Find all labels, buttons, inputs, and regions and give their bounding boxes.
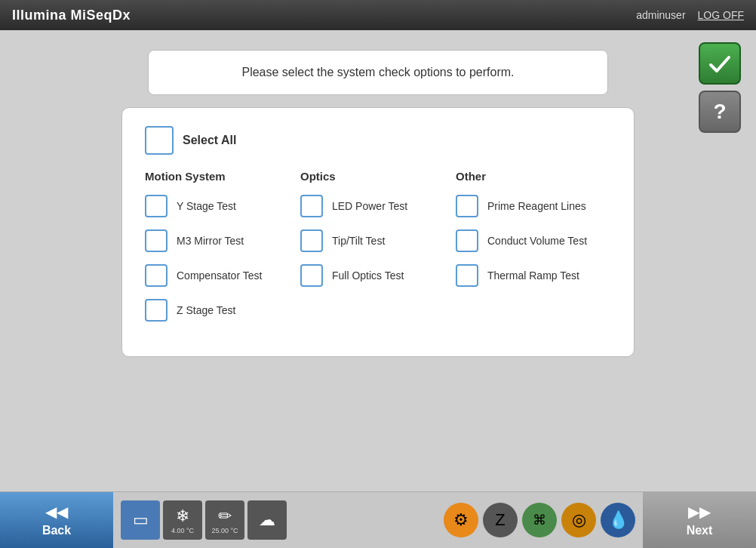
status-icons-left: ▭ ❄ 4.00 °C ✏ 25.00 °C ☁ bbox=[121, 500, 287, 540]
edit-icon-box[interactable]: ✏ 25.00 °C bbox=[205, 500, 244, 540]
list-item: Thermal Ramp Test bbox=[456, 264, 611, 287]
status-icon-2: Ζ bbox=[495, 510, 505, 530]
cloud-icon: ☁ bbox=[259, 510, 275, 530]
m3-mirror-test-checkbox[interactable] bbox=[145, 229, 167, 252]
select-all-label: Select All bbox=[183, 134, 236, 147]
conduct-volume-test-checkbox[interactable] bbox=[456, 229, 478, 252]
action-buttons: ? bbox=[699, 42, 741, 133]
temp1-label: 4.00 °C bbox=[171, 527, 194, 534]
list-item: Prime Reagent Lines bbox=[456, 195, 611, 217]
list-item: Full Optics Test bbox=[300, 264, 456, 287]
confirm-button[interactable] bbox=[699, 42, 741, 85]
status-btn-5[interactable]: 💧 bbox=[601, 503, 635, 537]
app-title: Illumina MiSeqDx bbox=[12, 8, 131, 23]
back-button[interactable]: ◀◀ Back bbox=[0, 492, 113, 549]
back-arrows-icon: ◀◀ bbox=[45, 503, 68, 521]
m3-mirror-test-label: M3 Mirror Test bbox=[177, 235, 244, 247]
tip-tilt-test-label: Tip/Tilt Test bbox=[332, 235, 385, 247]
y-stage-test-checkbox[interactable] bbox=[145, 195, 167, 217]
prime-reagent-lines-checkbox[interactable] bbox=[456, 195, 478, 217]
temp1-icon: ❄ bbox=[176, 506, 189, 526]
thermal-ramp-test-checkbox[interactable] bbox=[456, 264, 478, 287]
column-header-optics: Optics bbox=[300, 170, 456, 183]
compensator-test-checkbox[interactable] bbox=[145, 264, 167, 287]
bottom-nav: ◀◀ Back ▭ ❄ 4.00 °C ✏ 25.00 °C ☁ ⚙ bbox=[0, 491, 756, 548]
status-icons-right: ⚙ Ζ ⌘ ◎ 💧 bbox=[444, 503, 635, 537]
main-content: ? Please select the system check options… bbox=[0, 30, 756, 491]
status-icon-5: 💧 bbox=[608, 510, 628, 530]
conduct-volume-test-label: Conduct Volume Test bbox=[487, 235, 587, 247]
instruction-box: Please select the system check options t… bbox=[148, 50, 608, 95]
help-icon: ? bbox=[713, 100, 726, 124]
status-btn-2[interactable]: Ζ bbox=[483, 503, 518, 537]
column-motion-system: Motion System Y Stage Test M3 Mirror Tes… bbox=[145, 170, 300, 334]
status-btn-3[interactable]: ⌘ bbox=[522, 503, 557, 537]
header-user: adminuser bbox=[636, 9, 685, 21]
flow-cell-icon: ▭ bbox=[133, 510, 149, 530]
column-header-other: Other bbox=[456, 170, 611, 183]
next-button[interactable]: ▶▶ Next bbox=[643, 492, 756, 549]
list-item: M3 Mirror Test bbox=[145, 229, 300, 252]
y-stage-test-label: Y Stage Test bbox=[177, 200, 236, 212]
list-item: LED Power Test bbox=[300, 195, 456, 217]
column-optics: Optics LED Power Test Tip/Tilt Test Full… bbox=[300, 170, 456, 334]
columns: Motion System Y Stage Test M3 Mirror Tes… bbox=[145, 170, 611, 334]
flow-cell-icon-box[interactable]: ▭ bbox=[121, 500, 160, 540]
list-item: Z Stage Test bbox=[145, 299, 300, 322]
logout-button[interactable]: LOG OFF bbox=[698, 9, 744, 21]
temp2-label: 25.00 °C bbox=[211, 527, 238, 534]
back-button-label: Back bbox=[42, 524, 71, 537]
z-stage-test-checkbox[interactable] bbox=[145, 299, 167, 322]
compensator-test-label: Compensator Test bbox=[177, 269, 262, 282]
list-item: Y Stage Test bbox=[145, 195, 300, 217]
select-all-checkbox[interactable] bbox=[145, 126, 174, 155]
cloud-icon-box[interactable]: ☁ bbox=[247, 500, 287, 540]
led-power-test-checkbox[interactable] bbox=[300, 195, 323, 217]
help-button[interactable]: ? bbox=[699, 91, 741, 133]
select-all-row: Select All bbox=[145, 126, 611, 155]
prime-reagent-lines-label: Prime Reagent Lines bbox=[487, 200, 586, 212]
options-container: Select All Motion System Y Stage Test M3… bbox=[121, 107, 635, 357]
instruction-text: Please select the system check options t… bbox=[241, 66, 514, 79]
list-item: Tip/Tilt Test bbox=[300, 229, 456, 252]
status-icon-1: ⚙ bbox=[453, 510, 469, 530]
z-stage-test-label: Z Stage Test bbox=[177, 304, 235, 316]
checkmark-icon bbox=[708, 51, 732, 75]
edit-icon: ✏ bbox=[218, 506, 232, 526]
full-optics-test-checkbox[interactable] bbox=[300, 264, 323, 287]
column-header-motion: Motion System bbox=[145, 170, 300, 183]
thermal-ramp-test-label: Thermal Ramp Test bbox=[487, 269, 579, 282]
temp1-icon-box[interactable]: ❄ 4.00 °C bbox=[163, 500, 202, 540]
column-other: Other Prime Reagent Lines Conduct Volume… bbox=[456, 170, 611, 334]
next-button-label: Next bbox=[687, 524, 713, 537]
status-icon-3: ⌘ bbox=[533, 512, 546, 528]
full-optics-test-label: Full Optics Test bbox=[332, 269, 404, 282]
status-bar: ▭ ❄ 4.00 °C ✏ 25.00 °C ☁ ⚙ Ζ ⌘ bbox=[113, 500, 643, 540]
list-item: Compensator Test bbox=[145, 264, 300, 287]
status-icon-4: ◎ bbox=[572, 510, 586, 530]
header: Illumina MiSeqDx adminuser LOG OFF bbox=[0, 0, 756, 30]
next-arrows-icon: ▶▶ bbox=[688, 503, 711, 521]
status-btn-1[interactable]: ⚙ bbox=[444, 503, 478, 537]
list-item: Conduct Volume Test bbox=[456, 229, 611, 252]
led-power-test-label: LED Power Test bbox=[332, 200, 407, 212]
status-btn-4[interactable]: ◎ bbox=[561, 503, 596, 537]
header-right: adminuser LOG OFF bbox=[636, 9, 744, 21]
tip-tilt-test-checkbox[interactable] bbox=[300, 229, 323, 252]
